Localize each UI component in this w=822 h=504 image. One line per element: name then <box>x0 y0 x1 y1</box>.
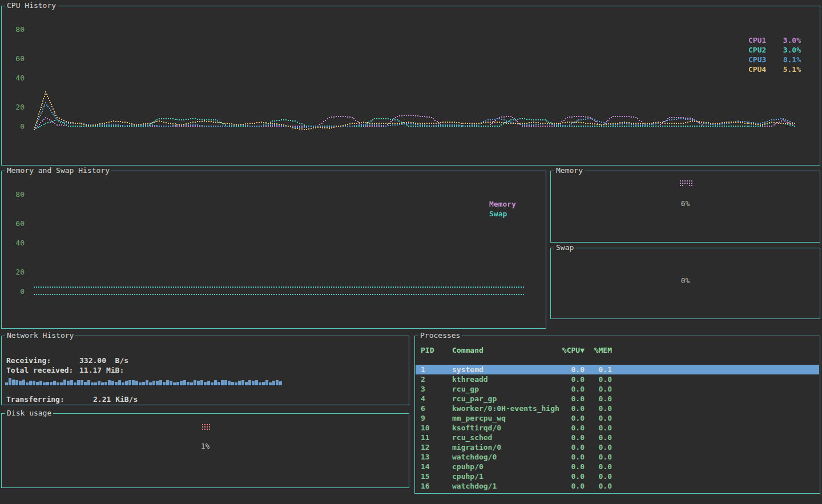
process-mem-percent: 0.0 <box>585 384 612 394</box>
process-mem-percent: 0.0 <box>585 433 612 442</box>
swap-usage-percent: 0% <box>551 276 820 285</box>
swap-gauge-panel: Swap 0% <box>550 248 820 319</box>
memory-swap-history-panel: Memory and Swap History 806040200 Memory… <box>1 171 546 329</box>
process-command: cpuhp/0 <box>452 462 556 471</box>
cpu-legend-name: CPU4 <box>748 64 766 74</box>
process-command: rcu_sched <box>452 433 556 442</box>
cpu-legend-value: 3.0% <box>783 35 801 45</box>
process-mem-percent: 0.0 <box>585 404 612 413</box>
process-cpu-percent: 0.0 <box>556 374 585 384</box>
process-command: systemd <box>452 365 556 374</box>
receiving-value: 332.00 B/s <box>79 356 128 365</box>
disk-usage-percent: 1% <box>2 442 409 450</box>
disk-usage-panel: Disk usage 1% <box>1 413 409 488</box>
process-table-header: PID Command %CPU▼ %MEM <box>416 345 819 355</box>
cpu-legend: CPU13.0%CPU23.0%CPU38.1%CPU45.1% <box>748 35 801 74</box>
process-pid: 16 <box>421 481 452 491</box>
disk-usage-title: Disk usage <box>5 409 53 417</box>
process-row[interactable]: 11rcu_sched0.00.0 <box>416 433 819 442</box>
process-mem-percent: 0.0 <box>585 423 612 433</box>
process-cpu-percent: 0.0 <box>556 442 585 452</box>
cpu-legend-value: 8.1% <box>783 55 801 64</box>
process-pid: 12 <box>421 442 452 452</box>
process-command: mm_percpu_wq <box>452 413 556 423</box>
process-row[interactable]: 1systemd0.00.1 <box>416 365 819 374</box>
cpu-legend-value: 3.0% <box>783 45 801 55</box>
process-mem-percent: 0.0 <box>585 442 612 452</box>
process-cpu-percent: 0.0 <box>556 471 585 481</box>
column-header-mem[interactable]: %MEM <box>585 345 612 355</box>
cpu-history-panel: CPU History 806040200 CPU13.0%CPU23.0%CP… <box>1 6 820 166</box>
cpu-history-title: CPU History <box>5 1 58 10</box>
process-mem-percent: 0.0 <box>585 452 612 462</box>
process-row[interactable]: 9mm_percpu_wq0.00.0 <box>416 413 819 423</box>
process-row[interactable]: 12migration/00.00.0 <box>416 442 819 452</box>
process-pid: 3 <box>421 384 452 394</box>
memory-swap-legend: MemorySwap <box>489 199 516 219</box>
process-cpu-percent: 0.0 <box>556 365 585 374</box>
y-axis-tick-label: 0 <box>7 122 25 131</box>
memory-gauge-dots <box>680 180 692 186</box>
process-cpu-percent: 0.0 <box>556 394 585 404</box>
cpu-legend-name: CPU3 <box>748 55 766 64</box>
process-pid: 10 <box>421 423 452 433</box>
y-axis-tick-label: 0 <box>7 287 25 296</box>
y-axis-tick-label: 60 <box>7 54 25 63</box>
y-axis-tick-label: 80 <box>7 190 25 199</box>
process-table-body: 1systemd0.00.12kthreadd0.00.03rcu_gp0.00… <box>416 365 819 491</box>
network-history-panel: Network History Receiving: 332.00 B/s To… <box>1 336 409 405</box>
process-row[interactable]: 10ksoftirqd/00.00.0 <box>416 423 819 433</box>
process-row[interactable]: 2kthreadd0.00.0 <box>416 374 819 384</box>
process-pid: 11 <box>421 433 452 442</box>
process-cpu-percent: 0.0 <box>556 452 585 462</box>
y-axis-tick-label: 20 <box>7 268 25 277</box>
process-command: cpuhp/1 <box>452 471 556 481</box>
process-pid: 13 <box>421 452 452 462</box>
column-header-command[interactable]: Command <box>452 345 556 355</box>
process-cpu-percent: 0.0 <box>556 433 585 442</box>
receiving-label: Receiving: <box>6 356 79 365</box>
process-mem-percent: 0.0 <box>585 394 612 404</box>
process-mem-percent: 0.0 <box>585 413 612 423</box>
process-cpu-percent: 0.0 <box>556 462 585 471</box>
memory-swap-legend-item: Memory <box>489 199 516 209</box>
process-row[interactable]: 16watchdog/10.00.0 <box>416 481 819 491</box>
cpu-legend-value: 5.1% <box>783 64 801 74</box>
memory-gauge-title: Memory <box>554 166 585 175</box>
cpu-legend-item: CPU13.0% <box>748 35 801 45</box>
cpu-legend-name: CPU1 <box>748 35 766 45</box>
process-cpu-percent: 0.0 <box>556 481 585 491</box>
cpu-legend-name: CPU2 <box>748 45 766 55</box>
memory-usage-percent: 6% <box>551 199 820 208</box>
process-mem-percent: 0.0 <box>585 481 612 491</box>
process-mem-percent: 0.0 <box>585 374 612 384</box>
process-row[interactable]: 4rcu_par_gp0.00.0 <box>416 394 819 404</box>
process-cpu-percent: 0.0 <box>556 404 585 413</box>
memory-swap-history-chart <box>27 188 541 303</box>
column-header-pid[interactable]: PID <box>421 345 452 355</box>
process-row[interactable]: 6kworker/0:0H-events_high0.00.0 <box>416 404 819 413</box>
y-axis-tick-label: 80 <box>7 25 25 34</box>
transferring-value: 2.21 KiB/s <box>93 394 138 404</box>
process-command: watchdog/1 <box>452 481 556 491</box>
process-cpu-percent: 0.0 <box>556 384 585 394</box>
disk-gauge-dots <box>202 424 210 430</box>
process-mem-percent: 0.1 <box>585 365 612 374</box>
process-command: ksoftirqd/0 <box>452 423 556 433</box>
transferring-label: Transferring: <box>6 394 93 404</box>
swap-gauge-title: Swap <box>554 243 575 252</box>
processes-panel: Processes PID Command %CPU▼ %MEM 1system… <box>414 336 820 494</box>
process-cpu-percent: 0.0 <box>556 423 585 433</box>
process-row[interactable]: 13watchdog/00.00.0 <box>416 452 819 462</box>
column-header-cpu-sorted[interactable]: %CPU▼ <box>556 345 585 355</box>
process-row[interactable]: 15cpuhp/10.00.0 <box>416 471 819 481</box>
memory-swap-history-title: Memory and Swap History <box>5 166 111 175</box>
process-row[interactable]: 3rcu_gp0.00.0 <box>416 384 819 394</box>
process-command: migration/0 <box>452 442 556 452</box>
processes-title: Processes <box>418 331 462 340</box>
process-row[interactable]: 14cpuhp/00.00.0 <box>416 462 819 471</box>
process-pid: 15 <box>421 471 452 481</box>
process-command: rcu_par_gp <box>452 394 556 404</box>
memory-swap-legend-item: Swap <box>489 209 516 219</box>
network-received-sparkline <box>5 372 286 385</box>
